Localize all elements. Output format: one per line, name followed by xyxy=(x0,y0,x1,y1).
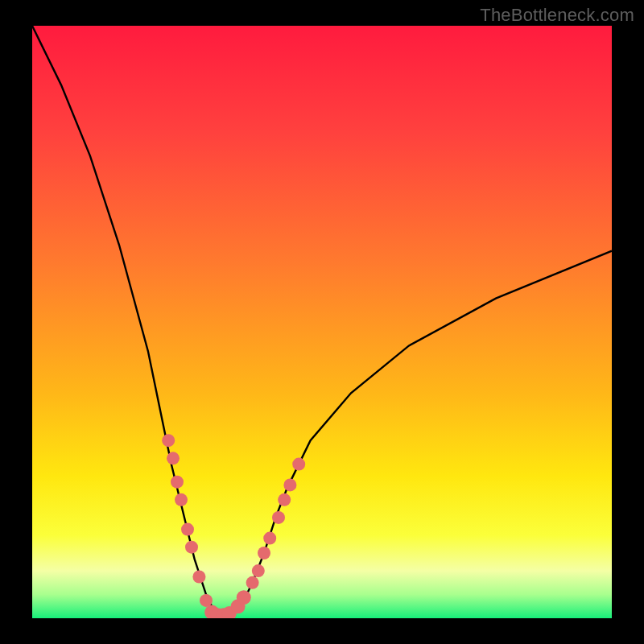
marker-dot xyxy=(171,476,184,489)
marker-dot xyxy=(246,576,259,589)
marker-dot xyxy=(252,564,265,577)
marker-dot xyxy=(192,571,205,584)
marker-dot xyxy=(292,458,305,471)
marker-dot xyxy=(283,478,296,491)
marker-dot xyxy=(162,434,175,447)
curve-line xyxy=(32,26,612,618)
marker-dot xyxy=(272,511,285,524)
marker-dot xyxy=(263,532,276,545)
marker-dot xyxy=(185,541,198,554)
watermark-text: TheBottleneck.com xyxy=(480,5,634,26)
plot-area xyxy=(32,26,612,618)
marker-dot xyxy=(181,523,194,536)
chart-frame: TheBottleneck.com xyxy=(0,0,644,644)
marker-dot xyxy=(200,594,213,607)
marker-dot xyxy=(175,493,188,506)
bottleneck-curve xyxy=(32,26,612,618)
marker-dot xyxy=(278,493,291,506)
marker-dot xyxy=(237,590,251,605)
marker-dot xyxy=(258,547,270,559)
curve-markers xyxy=(162,434,305,618)
marker-dot xyxy=(167,452,180,464)
